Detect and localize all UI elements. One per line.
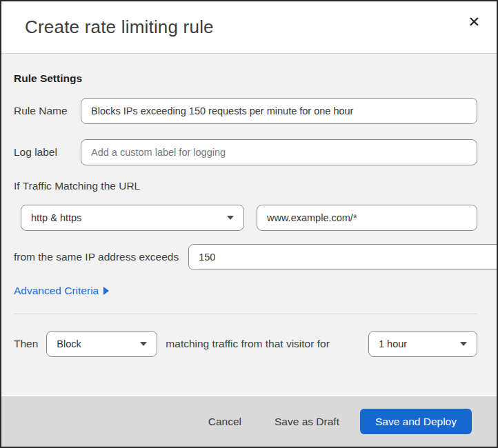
traffic-matching-heading: If Traffic Matching the URL bbox=[14, 180, 477, 192]
duration-select-value: 1 hour bbox=[379, 338, 407, 349]
save-and-deploy-button[interactable]: Save and Deploy bbox=[360, 409, 472, 434]
url-input-wrap bbox=[257, 205, 477, 231]
advanced-criteria-label: Advanced Criteria bbox=[14, 285, 99, 297]
requests-count-input[interactable] bbox=[188, 244, 498, 270]
triangle-right-icon bbox=[103, 287, 109, 295]
threshold-row: from the same IP address exceeds request… bbox=[14, 244, 477, 270]
close-icon[interactable]: ✕ bbox=[465, 12, 483, 32]
url-pattern-input[interactable] bbox=[257, 205, 477, 231]
rule-name-row: Rule Name bbox=[14, 98, 477, 124]
advanced-criteria-link[interactable]: Advanced Criteria bbox=[14, 285, 109, 297]
duration-select[interactable]: 1 hour bbox=[368, 331, 477, 357]
chevron-down-icon bbox=[227, 216, 234, 220]
then-action-row: Then Block matching traffic from that vi… bbox=[14, 331, 477, 357]
then-label: Then bbox=[14, 338, 38, 350]
threshold-prefix-label: from the same IP address exceeds bbox=[14, 251, 179, 263]
action-select[interactable]: Block bbox=[46, 331, 157, 357]
scheme-select[interactable]: http & https bbox=[21, 205, 244, 231]
log-label-label: Log label bbox=[14, 146, 81, 159]
scheme-select-value: http & https bbox=[31, 212, 81, 223]
save-as-draft-button[interactable]: Save as Draft bbox=[272, 411, 342, 432]
rule-settings-heading: Rule Settings bbox=[14, 72, 477, 85]
create-rate-limiting-rule-dialog: Create rate limiting rule ✕ Rule Setting… bbox=[0, 0, 498, 448]
chevron-down-icon bbox=[460, 342, 467, 346]
chevron-down-icon bbox=[140, 342, 147, 346]
dialog-header: Create rate limiting rule ✕ bbox=[1, 1, 497, 54]
matching-traffic-label: matching traffic from that visitor for bbox=[166, 338, 329, 350]
url-match-row: http & https bbox=[14, 205, 477, 231]
log-label-input[interactable] bbox=[81, 139, 477, 165]
action-select-value: Block bbox=[57, 338, 81, 349]
section-divider bbox=[14, 314, 477, 314]
rule-name-input[interactable] bbox=[81, 98, 477, 124]
cancel-button[interactable]: Cancel bbox=[206, 411, 244, 432]
dialog-footer: Cancel Save as Draft Save and Deploy bbox=[1, 395, 497, 447]
log-label-row: Log label bbox=[14, 139, 477, 165]
dialog-body: Rule Settings Rule Name Log label If Tra… bbox=[1, 54, 497, 395]
dialog-title: Create rate limiting rule bbox=[25, 17, 214, 38]
rule-name-label: Rule Name bbox=[14, 105, 81, 117]
